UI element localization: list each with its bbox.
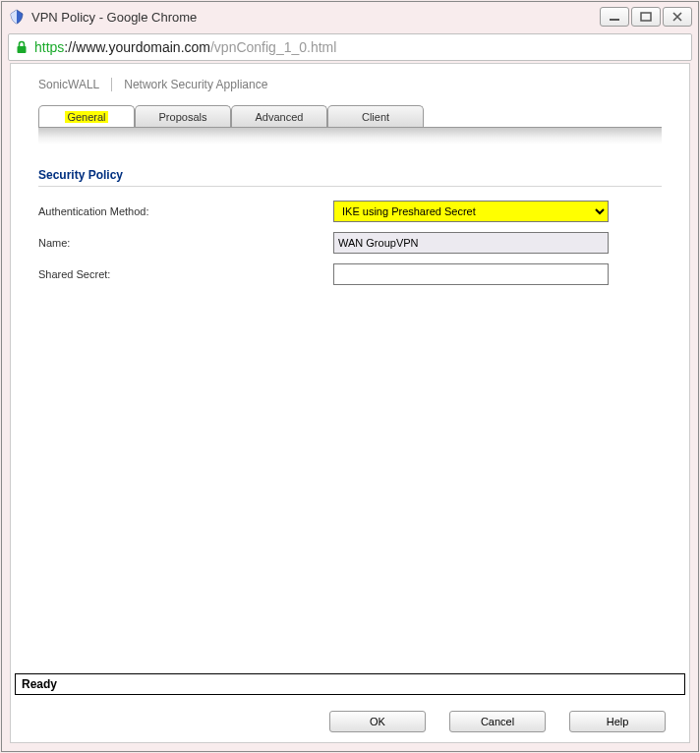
brand-line: SonicWALL Network Security Appliance bbox=[11, 64, 689, 101]
tab-label: Proposals bbox=[159, 111, 207, 123]
auth-method-label: Authentication Method: bbox=[38, 205, 333, 217]
tab-proposals[interactable]: Proposals bbox=[135, 105, 231, 127]
row-name: Name: bbox=[38, 232, 662, 254]
svg-rect-0 bbox=[610, 19, 619, 21]
lock-icon bbox=[15, 40, 29, 54]
product-name: Network Security Appliance bbox=[124, 78, 267, 91]
name-field[interactable] bbox=[333, 232, 609, 254]
row-shared-secret: Shared Secret: bbox=[38, 263, 662, 285]
auth-method-select[interactable]: IKE using Preshared Secret bbox=[333, 201, 609, 222]
svg-rect-2 bbox=[18, 46, 27, 53]
url-path: /vpnConfig_1_0.html bbox=[210, 39, 336, 55]
status-bar: Ready bbox=[15, 673, 685, 695]
app-icon bbox=[8, 8, 26, 26]
url-protocol: https bbox=[34, 39, 64, 55]
chrome-window: VPN Policy - Google Chrome https://www.y… bbox=[1, 1, 699, 752]
tab-client[interactable]: Client bbox=[327, 105, 424, 127]
tab-label: Advanced bbox=[256, 111, 304, 123]
shared-secret-field[interactable] bbox=[333, 263, 609, 285]
row-auth-method: Authentication Method: IKE using Preshar… bbox=[38, 201, 662, 222]
help-button[interactable]: Help bbox=[569, 711, 666, 732]
tab-general[interactable]: General bbox=[38, 105, 135, 127]
section-title: Security Policy bbox=[38, 168, 662, 187]
url-host: ://www.yourdomain.com bbox=[64, 39, 210, 55]
tab-separator bbox=[38, 127, 662, 145]
dialog-buttons: OK Cancel Help bbox=[11, 711, 689, 732]
close-button[interactable] bbox=[663, 7, 692, 27]
address-bar[interactable]: https://www.yourdomain.com/vpnConfig_1_0… bbox=[8, 33, 692, 61]
window-title: VPN Policy - Google Chrome bbox=[31, 10, 600, 25]
cancel-button[interactable]: Cancel bbox=[449, 711, 546, 732]
shared-secret-label: Shared Secret: bbox=[38, 268, 333, 280]
minimize-button[interactable] bbox=[600, 7, 629, 27]
name-label: Name: bbox=[38, 237, 333, 249]
tab-label: Client bbox=[362, 111, 389, 123]
window-controls bbox=[600, 7, 692, 27]
status-text: Ready bbox=[22, 677, 57, 691]
tab-row: General Proposals Advanced Client bbox=[38, 105, 689, 127]
tab-label: General bbox=[65, 111, 107, 123]
titlebar: VPN Policy - Google Chrome bbox=[2, 2, 698, 31]
vendor-name: SonicWALL bbox=[38, 78, 99, 91]
tab-advanced[interactable]: Advanced bbox=[231, 105, 327, 127]
form-content: Security Policy Authentication Method: I… bbox=[11, 145, 689, 305]
page-content: SonicWALL Network Security Appliance Gen… bbox=[10, 63, 690, 743]
brand-divider bbox=[111, 78, 112, 91]
maximize-button[interactable] bbox=[631, 7, 661, 27]
ok-button[interactable]: OK bbox=[329, 711, 426, 732]
svg-rect-1 bbox=[641, 13, 651, 21]
